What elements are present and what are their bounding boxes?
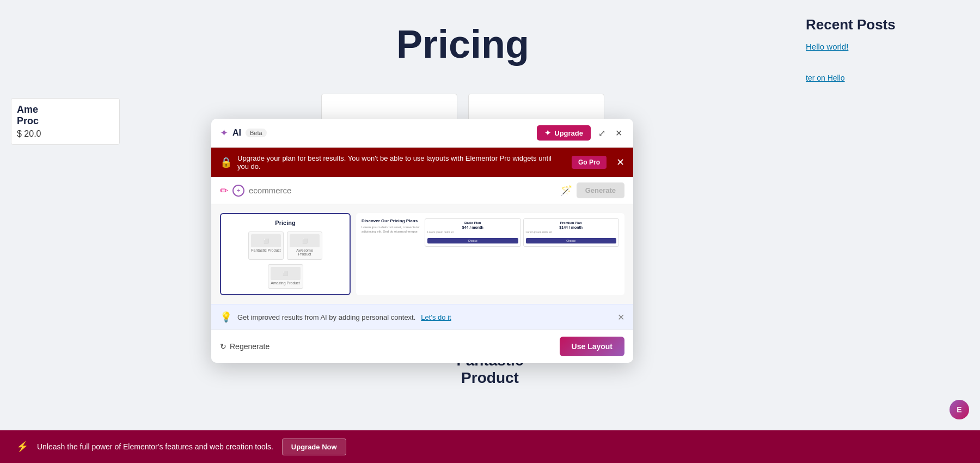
mini-left-col: Discover Our Pricing Plans Lorem ipsum d… xyxy=(362,218,421,247)
mini-plan-btn-2[interactable]: Choose xyxy=(526,238,617,243)
mini-product-2: ⬜ Awesome Product xyxy=(287,232,322,260)
lock-icon: 🔒 xyxy=(220,156,232,168)
mini-right-col: Basic Plan $44 / month Lorem ipsum dolor… xyxy=(425,218,619,247)
mini-product-img-2: ⬜ xyxy=(290,234,320,247)
mini-plan-price-2: $144 / month xyxy=(526,226,617,229)
bottom-bar-lightning-icon: ⚡ xyxy=(16,441,28,453)
product-name-left2: Proc xyxy=(17,115,114,127)
hello-world-link[interactable]: Hello world! xyxy=(806,42,848,51)
layout-card-2[interactable]: Discover Our Pricing Plans Lorem ipsum d… xyxy=(356,213,624,295)
mini-product-name-2: Awesome Product xyxy=(290,248,320,256)
mini-product-3: ⬜ Amazing Product xyxy=(268,264,303,289)
upgrade-now-button[interactable]: Upgrade Now xyxy=(282,438,346,455)
warning-banner: 🔒 Upgrade your plan for best results. Yo… xyxy=(211,148,633,177)
elementor-icon[interactable]: E xyxy=(950,400,969,419)
mini-pricing-preview-1: Pricing ⬜ Fantastic Product ⬜ Awesome Pr… xyxy=(221,214,350,294)
mini-layout1-title: Pricing xyxy=(226,220,344,226)
dialog-header: ✦ AI Beta ✦ Upgrade ⤢ ✕ xyxy=(211,119,633,148)
regenerate-label: Regenerate xyxy=(230,342,270,351)
dialog-header-right: ✦ Upgrade ⤢ ✕ xyxy=(537,125,624,141)
mini-product-name-1: Fantastic Product xyxy=(251,248,281,252)
mini-layout2-header: Discover Our Pricing Plans xyxy=(362,218,421,223)
ai-label: AI xyxy=(232,128,241,138)
upgrade-button[interactable]: ✦ Upgrade xyxy=(537,125,591,141)
info-close-button[interactable]: ✕ xyxy=(617,312,624,322)
info-message: Get improved results from AI by adding p… xyxy=(237,313,415,321)
dialog-footer: ↻ Regenerate Use Layout xyxy=(211,330,633,363)
fantastic-product-title-line2: Product xyxy=(457,369,524,387)
mini-plan-card-2: Premium Plan $144 / month Lorem ipsum do… xyxy=(523,218,620,247)
upgrade-sparkle-icon: ✦ xyxy=(544,129,551,137)
ai-dialog: ✦ AI Beta ✦ Upgrade ⤢ ✕ 🔒 Upgrade your p… xyxy=(211,119,633,363)
mini-plan-features-1: Lorem ipsum dolor sit xyxy=(427,230,518,234)
mini-product-img-3: ⬜ xyxy=(271,267,301,280)
regenerate-button[interactable]: ↻ Regenerate xyxy=(220,342,270,351)
go-pro-button[interactable]: Go Pro xyxy=(572,156,607,169)
warning-text: Upgrade your plan for best results. You … xyxy=(237,154,562,170)
banner-close-button[interactable]: ✕ xyxy=(616,156,624,168)
mini-plan-name-1: Basic Plan xyxy=(427,221,518,224)
close-dialog-button[interactable]: ✕ xyxy=(613,126,624,141)
right-sidebar: Recent Posts Hello world! ter on Hello xyxy=(795,0,980,430)
bottom-bar: ⚡ Unleash the full power of Elementor's … xyxy=(0,430,980,463)
recent-posts-heading: Recent Posts xyxy=(806,16,969,33)
prompt-input[interactable] xyxy=(249,186,556,195)
commenter-link[interactable]: ter on Hello xyxy=(806,74,845,82)
beta-badge: Beta xyxy=(246,129,267,137)
mini-product-row-2: ⬜ Amazing Product xyxy=(226,264,344,289)
product-card-left: Ame Proc $ 20.0 xyxy=(11,98,120,145)
lets-do-it-link[interactable]: Let's do it xyxy=(421,313,451,321)
info-banner: 💡 Get improved results from AI by adding… xyxy=(211,304,633,330)
mini-product-img-1: ⬜ xyxy=(251,234,281,247)
mini-product-name-3: Amazing Product xyxy=(271,281,301,285)
mini-plan-price-1: $44 / month xyxy=(427,226,518,229)
mini-plan-btn-1[interactable]: Choose xyxy=(427,238,518,243)
prompt-area: ✏ + 🪄 Generate xyxy=(211,177,633,204)
add-context-icon[interactable]: + xyxy=(232,185,244,197)
mini-product-1: ⬜ Fantastic Product xyxy=(248,232,284,260)
use-layout-button[interactable]: Use Layout xyxy=(560,337,624,356)
product-price-left: $ 20.0 xyxy=(17,129,114,139)
layout-previews: Pricing ⬜ Fantastic Product ⬜ Awesome Pr… xyxy=(211,204,633,304)
mini-product-row: ⬜ Fantastic Product ⬜ Awesome Product xyxy=(226,232,344,260)
mini-layout2-desc: Lorem ipsum dolor sit amet, consectetur … xyxy=(362,226,421,234)
lightbulb-icon: 💡 xyxy=(220,311,232,323)
ai-sparkle-icon: ✦ xyxy=(220,127,228,139)
pencil-icon: ✏ xyxy=(220,185,228,197)
mini-plan-features-2: Lorem ipsum dolor sit xyxy=(526,230,617,234)
regenerate-icon: ↻ xyxy=(220,342,226,351)
layout-card-1[interactable]: Pricing ⬜ Fantastic Product ⬜ Awesome Pr… xyxy=(220,213,351,295)
mini-pricing-preview-2: Discover Our Pricing Plans Lorem ipsum d… xyxy=(357,214,623,251)
generate-button[interactable]: Generate xyxy=(577,182,624,198)
minimize-button[interactable]: ⤢ xyxy=(596,126,608,141)
dialog-header-left: ✦ AI Beta xyxy=(220,127,267,139)
comment-text: ter on Hello xyxy=(806,74,969,82)
upgrade-button-label: Upgrade xyxy=(554,129,583,137)
page-title: Pricing xyxy=(396,22,529,66)
wand-icon: 🪄 xyxy=(560,185,572,197)
mini-plan-card-1: Basic Plan $44 / month Lorem ipsum dolor… xyxy=(425,218,521,247)
bottom-bar-message: Unleash the full power of Elementor's fe… xyxy=(37,442,273,451)
product-name-left: Ame xyxy=(17,104,114,115)
left-sidebar: Ame Proc $ 20.0 xyxy=(0,0,131,430)
mini-plan-name-2: Premium Plan xyxy=(526,221,617,224)
